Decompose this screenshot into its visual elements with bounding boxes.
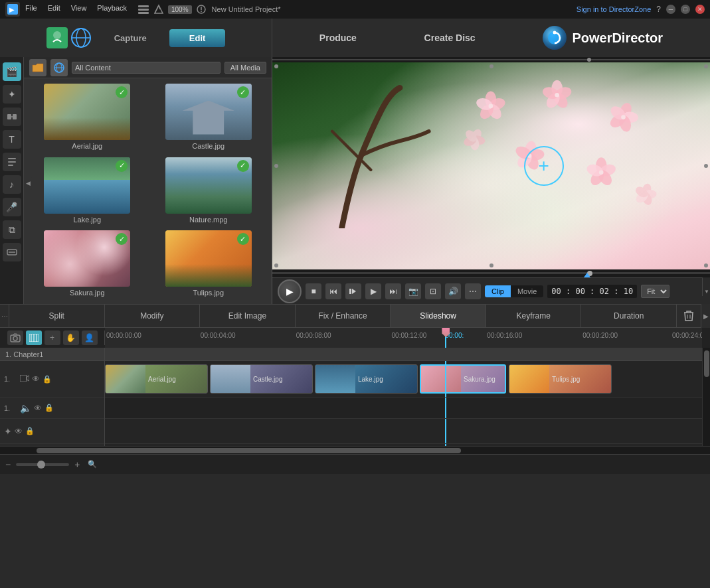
modify-button[interactable]: Modify: [105, 305, 201, 327]
slideshow-button[interactable]: Slideshow: [391, 305, 486, 327]
capture-button[interactable]: Capture: [94, 29, 167, 47]
sidebar-media[interactable]: 🎬: [3, 62, 21, 81]
edit-button[interactable]: Edit: [169, 29, 226, 47]
close-button[interactable]: ✕: [695, 5, 705, 14]
toolbar-right-more[interactable]: ▶: [701, 304, 710, 328]
sidebar-pip[interactable]: ⧉: [3, 220, 21, 239]
aerial-thumbnail: ✓: [44, 84, 130, 140]
create-disc-tab[interactable]: Create Disc: [424, 33, 476, 43]
media-item-aerial[interactable]: ✓ Aerial.jpg: [29, 84, 145, 152]
audio-lock-toggle[interactable]: 🔒: [44, 404, 54, 412]
prev-button[interactable]: ⏮: [325, 283, 341, 299]
fit-dropdown[interactable]: Fit: [641, 285, 669, 298]
title-bar-left: ▶ File Edit View Playback 100% New Untit…: [5, 2, 281, 17]
sidebar-fx[interactable]: ✦: [3, 85, 21, 104]
menu-view[interactable]: View: [71, 4, 87, 15]
sidebar-audio[interactable]: ♪: [3, 175, 21, 194]
movie-mode-button[interactable]: Movie: [511, 285, 543, 297]
timeline-track-headers: 1. Chapter1 1. 👁 🔒 1. 🔈 👁: [0, 348, 105, 446]
collapse-panel-button[interactable]: ◀: [24, 177, 32, 190]
clip-mode-button[interactable]: Clip: [485, 285, 511, 297]
effect-visibility-toggle[interactable]: 👁: [15, 427, 23, 436]
svg-point-9: [53, 31, 61, 39]
zoom-out-button[interactable]: −: [5, 459, 11, 470]
snapshot-button[interactable]: 📷: [405, 283, 421, 299]
sign-in-link[interactable]: Sign in to DirectorZone: [577, 5, 652, 13]
effect-lock-toggle[interactable]: 🔒: [25, 427, 35, 435]
clip-tulips[interactable]: Tulips.jpg: [509, 364, 612, 394]
timeline-content: Aerial.jpg Castle.jpg Lake.jpg Sakura.jp…: [105, 348, 702, 446]
sidebar-subtitle[interactable]: [3, 243, 21, 261]
svg-rect-18: [8, 158, 16, 159]
preview-top-scrubber[interactable]: [272, 57, 710, 62]
content-filter-dropdown[interactable]: All Content: [72, 62, 221, 74]
media-item-sakura[interactable]: ✓ Sakura.jpg: [29, 230, 145, 299]
split-button[interactable]: Split: [9, 305, 105, 327]
audio-track-number: 1.: [4, 404, 17, 412]
toolbar-left-more[interactable]: ⋯: [0, 304, 9, 328]
duration-button[interactable]: Duration: [581, 305, 677, 327]
zoom-thumb[interactable]: [37, 461, 45, 469]
menu-edit[interactable]: Edit: [48, 4, 60, 15]
globe-source-button[interactable]: [50, 59, 68, 76]
media-item-tulips[interactable]: ✓ Tulips.jpg: [151, 230, 267, 299]
track1-visibility-toggle[interactable]: 👁: [32, 374, 40, 384]
stop-button[interactable]: ■: [306, 283, 321, 299]
media-item-lake[interactable]: ✓ Lake.jpg: [29, 157, 145, 226]
sidebar-transitions[interactable]: [3, 108, 21, 126]
track1-lock-toggle[interactable]: 🔒: [43, 375, 52, 384]
play-button[interactable]: ▶: [278, 279, 302, 303]
help-button[interactable]: ?: [656, 5, 661, 14]
edit-image-button[interactable]: Edit Image: [200, 305, 296, 327]
media-item-castle[interactable]: ✓ Castle.jpg: [151, 84, 267, 152]
sidebar-chapters[interactable]: [3, 153, 21, 171]
nature-thumbnail: ✓: [165, 157, 252, 214]
timeline: + ✋ 👤 00:00:00:00 00:00:04:00 00:00:08:0…: [0, 328, 710, 454]
frame-step-button[interactable]: [345, 283, 361, 299]
open-folder-button[interactable]: [29, 59, 46, 76]
zoom-in-button[interactable]: +: [74, 459, 80, 470]
svg-rect-15: [7, 114, 11, 119]
timeline-ruler[interactable]: 00:00:00:00 00:00:04:00 00:00:08:00 00:0…: [105, 328, 702, 348]
zoom-slider[interactable]: [16, 463, 69, 466]
clip-sakura[interactable]: Sakura.jpg: [420, 364, 506, 394]
timeline-hand-tool[interactable]: ✋: [63, 331, 79, 345]
corner-dot-ml: [274, 164, 278, 168]
hscrollbar-thumb[interactable]: [37, 448, 461, 453]
lake-label: Lake.jpg: [73, 216, 101, 224]
produce-tab[interactable]: Produce: [319, 33, 357, 43]
timeline-person-icon[interactable]: 👤: [82, 331, 98, 345]
media-grid: ✓ Aerial.jpg ✓ Castle.jpg: [24, 78, 272, 304]
pip-button[interactable]: ⊡: [425, 283, 441, 299]
timeline-add-track-button[interactable]: +: [44, 331, 60, 345]
minimize-button[interactable]: ─: [666, 5, 675, 14]
fix-enhance-button[interactable]: Fix / Enhance: [296, 305, 391, 327]
timeline-vscrollbar[interactable]: [702, 348, 710, 446]
castle-check: ✓: [237, 86, 249, 98]
castle-thumbnail: ✓: [165, 84, 252, 140]
corner-dot-bl: [274, 263, 278, 267]
menu-playback[interactable]: Playback: [97, 4, 127, 15]
delete-button[interactable]: [677, 305, 701, 327]
volume-button[interactable]: 🔊: [445, 283, 461, 299]
frame-next-button[interactable]: ▶: [365, 283, 381, 299]
clip-aerial[interactable]: Aerial.jpg: [105, 364, 208, 394]
timeline-hscrollbar[interactable]: [0, 446, 710, 454]
timeline-video-track-button[interactable]: [26, 331, 42, 345]
sidebar-text[interactable]: T: [3, 130, 21, 149]
sidebar-mic[interactable]: 🎤: [3, 198, 21, 216]
preview-scrubber[interactable]: [272, 269, 710, 277]
clip-lake[interactable]: Lake.jpg: [315, 364, 418, 394]
main-content: 🎬 ✦ T ♪ 🎤 ⧉ ◀ All Content All: [0, 57, 710, 304]
clip-castle[interactable]: Castle.jpg: [210, 364, 313, 394]
audio-visibility-toggle[interactable]: 👁: [34, 404, 42, 413]
castle-clip-label: Castle.jpg: [250, 374, 285, 384]
sakura-clip-label: Sakura.jpg: [461, 374, 498, 384]
media-type-button[interactable]: All Media: [224, 62, 266, 74]
media-item-nature[interactable]: ✓ Nature.mpg: [151, 157, 267, 226]
more-button[interactable]: ⋯: [465, 283, 481, 299]
fast-forward-button[interactable]: ⏭: [385, 283, 401, 299]
maximize-button[interactable]: □: [681, 5, 690, 14]
keyframe-button[interactable]: Keyframe: [486, 305, 582, 327]
menu-file[interactable]: File: [25, 4, 37, 15]
